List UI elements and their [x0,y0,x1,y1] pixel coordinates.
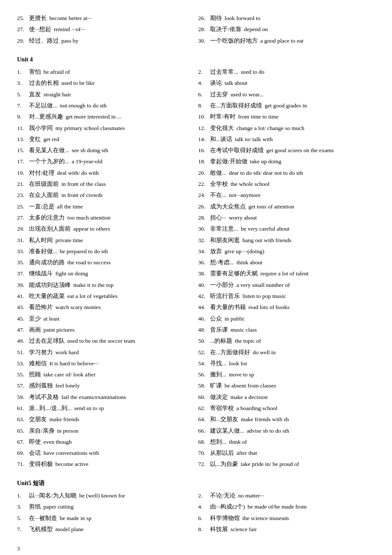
item-en: talk to/ talk with [235,134,273,145]
item-cn: 需要有足够的天赋 [210,269,258,279]
item-cn: 过去的长相 [29,78,59,88]
item-num: 16. [198,145,210,156]
item-cn: 出现在别人面前 [29,224,71,234]
list-item: 16.在考试中取得好成绩get good scores on the exams [198,145,375,156]
item-cn: 害怕 [29,67,41,77]
item-cn: 过去在足球队 [29,336,65,346]
list-item: 58.旷课be absent from classes [198,380,375,391]
item-cn: 敢做... [210,168,226,178]
item-num: 1. [17,491,29,501]
item-en: used to do [241,67,265,77]
unit4-title: Unit 4 [17,54,375,65]
item-en: do well in [253,347,276,358]
item-cn: 放弃 [210,246,222,257]
list-item: 6.过去穿used to wear... [198,89,375,100]
list-item: 7.飞机模型model plane [17,524,194,535]
item-en: think of [229,437,247,447]
item-num: 43. [17,302,29,312]
item-cn: 太多的注意力 [29,213,65,223]
item-num: 22. [198,179,210,189]
item-num: 14. [198,134,210,145]
list-item: 38.需要有足够的天赋require a lot of talent [198,268,375,279]
item-num: 9. [17,112,29,122]
list-item: 2.过去常常...used to do [198,66,375,78]
list-item: 39.能成功到达顶峰make it to the top [17,280,194,291]
item-en: eat a lot of vegetables [67,291,118,301]
item-cn: 拿起做/开始做 [210,156,248,167]
item-en: straight hair [43,90,71,100]
item-cn: 想/考虑... [210,257,234,268]
item-cn: 以···闻名/为人知晓 [29,491,77,501]
item-cn: 非常注意... [210,224,238,234]
item-cn: 通向成功的路 [29,257,65,268]
item-en: feel lonely [55,381,80,391]
item-en: read lots of books [248,302,289,312]
list-item: 30. 一个吃饭的好地方 a good place to eat [198,35,375,46]
list-item: 1.以···闻名/为人知晓be (well) known for [17,490,194,501]
list-item: 29. 经过、路过 pass by [17,35,194,46]
item-cn: 对...更感兴趣 [29,112,63,122]
list-item: 50....的标题the topic of [198,335,375,347]
list-item: 5.在···被制造be made in sp [17,513,194,524]
item-num: 56. [198,370,210,380]
item-cn: 会话 [29,448,41,458]
item-cn: 和...交朋友 [210,414,238,425]
list-item: 9.对...更感兴趣get more interested in ... [17,111,194,122]
list-item: 11.我小学同my primary school classmates [17,123,194,134]
list-item: 65.亲自/亲身in person [17,425,194,436]
item-num: 58. [198,381,210,391]
item-en: my primary school classmates [55,123,125,133]
item-en: appear to others [73,224,110,234]
list-item: 63.交朋友make friends [17,414,194,425]
item-cn: 画画 [29,325,41,335]
list-item: 49.过去在足球队used to be on the soccer team [17,335,194,347]
item-num: 5. [17,513,29,523]
item-num: 1. [17,67,29,77]
item-num: 39. [17,280,29,290]
item-en: private time [55,235,83,246]
item-num: 11. [17,123,29,133]
list-item: 7.不足以做...not enough to do sth [17,100,194,111]
list-item: 28.担心···worry about [198,212,375,223]
list-item: 61.派...到.../送...到...send sn to sp [17,403,194,414]
item-en: not···anymore [229,190,261,200]
item-en: deal with/ do with [57,168,99,178]
item-cn: 飞机模型 [29,524,53,535]
item-en: give up ···(doing) [225,246,264,257]
item-num: 50. [198,336,210,346]
item-num: 67. [17,437,29,447]
list-item: 27. 使···想起 remind ···of··· [17,24,194,35]
item-en: worry about [229,213,257,223]
item-num: 60. [198,392,210,402]
item-en: change a lot/ change so much [236,123,304,133]
item-num: 49. [17,336,29,346]
list-item: 71.变得积极become active [17,459,194,470]
item-en: require a lot of talent [260,269,308,279]
list-item: 18.拿起做/开始做take up doing [198,156,375,167]
item-num: 45. [17,314,29,324]
item-cn: 直发 [29,90,41,100]
item-num: 62. [198,403,210,413]
item-num: 19. [17,168,29,178]
list-item: 33.准备好做...be prepared to do sth [17,246,194,257]
item-num: 4. [198,78,210,88]
list-item: 30.非常注意...be very careful about [198,223,375,234]
item-cn: 时常/有时 [210,112,236,122]
item-num: 59. [17,392,29,402]
item-en: at least [43,314,60,324]
item-num: 29. [17,224,29,234]
item-num: 12. [198,123,210,133]
item-num: 42. [198,291,210,301]
item-cn: 由···构成(2个) [210,502,245,512]
item-cn: 一小部分 [210,280,234,290]
item-num: 31. [17,235,29,246]
unit5-title: Unit5 短语 [17,478,375,489]
item-cn: 和朋友闲逛 [210,235,240,246]
item-en: see sb doing sth [72,145,108,156]
item-cn: 剪纸 [29,502,41,512]
item-cn: 继续战斗 [29,269,53,279]
item-cn: 考试不及格 [29,392,59,402]
list-item: 19.对付/处理deal with/ do with [17,168,194,179]
item-en: listen to pop music [242,291,286,301]
item-cn: 看恐怖片 [29,302,53,312]
